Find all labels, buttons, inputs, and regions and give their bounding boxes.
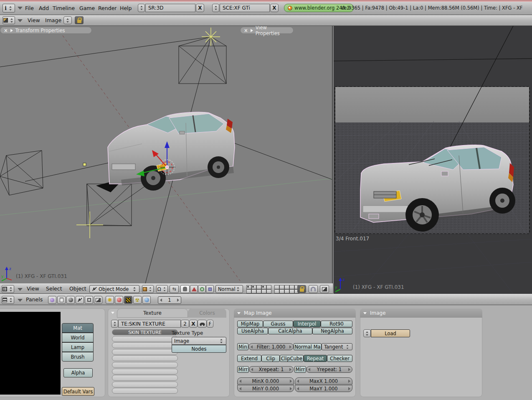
texture-browse-button[interactable] — [111, 320, 118, 328]
editor-type-button-3dview[interactable] — [2, 285, 14, 293]
texture-channel-empty[interactable] — [112, 369, 178, 375]
viewport-3d-camera[interactable]: 3/4 Front.017 (1) XFG - XF GTI.031 z y — [334, 26, 532, 294]
layer-group-2[interactable] — [274, 285, 299, 293]
clipcube-button[interactable]: ClipCube — [280, 355, 304, 362]
manipulator-rotate-button[interactable] — [198, 285, 206, 293]
snap-magnet-button[interactable] — [309, 285, 318, 293]
filter-size-field[interactable]: Filter: 1.000 — [248, 343, 294, 350]
increment-icon[interactable] — [290, 387, 292, 390]
header-collapse-icon[interactable] — [18, 288, 23, 291]
editor-type-button-buttons[interactable] — [2, 296, 14, 304]
image-browse-button[interactable] — [63, 16, 72, 24]
calcalpha-button[interactable]: CalcAlpha — [268, 328, 312, 334]
menu-image[interactable]: Image — [45, 17, 61, 23]
increment-icon[interactable] — [348, 368, 350, 371]
object-context-button[interactable] — [76, 296, 84, 304]
panel-collapse-icon[interactable] — [237, 312, 241, 314]
screen-name-field[interactable]: SR:3D — [145, 4, 195, 12]
editor-type-button-image[interactable] — [3, 16, 15, 24]
lock-layers-button[interactable] — [297, 285, 306, 293]
draw-type-button[interactable] — [142, 285, 154, 293]
texture-channel-empty[interactable] — [112, 336, 178, 342]
scene-name-field[interactable]: SCE:XF GTi — [220, 4, 270, 12]
expand-icon[interactable] — [10, 29, 13, 32]
increment-icon[interactable] — [289, 368, 291, 371]
transform-properties-panel-tab[interactable]: × Transform Properties — [0, 27, 92, 34]
tab-colors[interactable]: Colors — [188, 308, 226, 318]
mipmap-button[interactable]: MipMap — [237, 321, 263, 327]
shading-context-button[interactable] — [66, 296, 75, 304]
map-image-panel-header[interactable]: Map Image — [234, 308, 356, 318]
world-buttons-button[interactable] — [142, 296, 151, 304]
preview-alpha-button[interactable]: Alpha — [63, 368, 93, 377]
negalpha-button[interactable]: NegAlpha — [312, 328, 352, 334]
frame-increment-icon[interactable] — [177, 298, 179, 302]
close-icon[interactable]: × — [244, 28, 248, 33]
increment-icon[interactable] — [348, 380, 350, 383]
menu-view3d[interactable]: View — [27, 285, 39, 292]
fake-user-button[interactable]: F — [207, 320, 213, 328]
preview-brush-button[interactable]: Brush — [62, 352, 94, 362]
texture-channel-empty[interactable] — [112, 349, 178, 355]
menu-add[interactable]: Add — [39, 5, 49, 11]
manipulator-translate-button[interactable] — [190, 285, 198, 293]
repeat-button[interactable]: Repeat — [304, 355, 327, 362]
increment-icon[interactable] — [290, 380, 292, 383]
texture-users-button[interactable]: 2 — [181, 320, 189, 328]
menu-game[interactable]: Game — [79, 5, 95, 11]
miny-field[interactable]: MinY 0.000 — [237, 385, 294, 392]
texture-channel-empty[interactable] — [112, 355, 178, 361]
panels-menu[interactable]: Panels — [26, 296, 43, 303]
scene-browse-button[interactable] — [212, 4, 219, 12]
texture-type-dropdown[interactable]: Image — [172, 337, 226, 345]
lamp-buttons-button[interactable]: ✺ — [106, 296, 114, 304]
editor-type-button-info[interactable]: i — [3, 4, 15, 13]
viewport-3d-left[interactable]: × Transform Properties × View Properties… — [0, 26, 333, 283]
screen-delete-button[interactable]: X — [196, 4, 204, 12]
manipulator-scale-button[interactable] — [206, 285, 214, 293]
min-button[interactable]: Min — [237, 343, 248, 350]
texture-channel-empty[interactable] — [112, 388, 178, 394]
texture-channel-empty[interactable] — [112, 342, 178, 348]
nodes-button[interactable]: Nodes — [172, 345, 226, 353]
tab-texture[interactable]: Texture — [117, 308, 188, 318]
layer-group-1[interactable] — [246, 285, 271, 293]
menu-help[interactable]: Help — [120, 5, 132, 11]
scene-delete-button[interactable]: X — [270, 4, 279, 12]
gauss-button[interactable]: Gauss — [263, 321, 293, 327]
default-vars-button[interactable]: Default Vars — [62, 387, 94, 396]
expand-icon[interactable] — [251, 29, 253, 32]
preview-lamp-button[interactable]: Lamp — [62, 342, 94, 352]
rot90-button[interactable]: Rot90 — [321, 321, 352, 327]
view-properties-panel-tab[interactable]: × View Properties — [240, 27, 294, 34]
preview-mat-button[interactable]: Mat — [62, 323, 94, 333]
pivot-button[interactable]: Ω — [156, 285, 168, 293]
image-browse-button-panel[interactable] — [363, 329, 371, 337]
xrepeat-field[interactable]: Xrepeat: 1 — [249, 366, 294, 373]
close-icon[interactable]: × — [4, 28, 8, 33]
maxx-field[interactable]: MaxX 1.000 — [295, 377, 352, 385]
texture-buttons-button[interactable] — [124, 296, 132, 304]
editing-context-button[interactable] — [85, 296, 93, 304]
layer-buttons[interactable] — [246, 285, 299, 293]
image-lock-button[interactable] — [75, 16, 84, 24]
texture-datablock-field[interactable]: TE:SKIN TEXTURE — [118, 320, 181, 328]
preview-world-button[interactable]: World — [62, 333, 94, 342]
texture-channel-empty[interactable] — [112, 362, 178, 368]
script-context-button[interactable] — [57, 296, 66, 304]
auto-name-button[interactable] — [198, 320, 207, 328]
mode-dropdown[interactable]: Object Mode — [89, 285, 139, 293]
menu-file[interactable]: File — [25, 5, 34, 11]
logic-context-button[interactable] — [48, 296, 56, 304]
menu-select[interactable]: Select — [46, 285, 62, 292]
clip-button[interactable]: Clip — [261, 355, 280, 362]
texture-channel-empty[interactable] — [112, 382, 178, 387]
minx-field[interactable]: MinX 0.000 — [237, 377, 294, 385]
texture-delete-button[interactable]: X — [189, 320, 198, 328]
menu-render[interactable]: Render — [98, 5, 117, 11]
usealpha-button[interactable]: UseAlpha — [237, 328, 268, 334]
screen-browse-button[interactable] — [138, 4, 145, 12]
scene-context-button[interactable] — [94, 296, 102, 304]
mirror-x-button[interactable]: Mirr — [237, 366, 249, 373]
interpol-button[interactable]: Interpol — [293, 321, 321, 327]
